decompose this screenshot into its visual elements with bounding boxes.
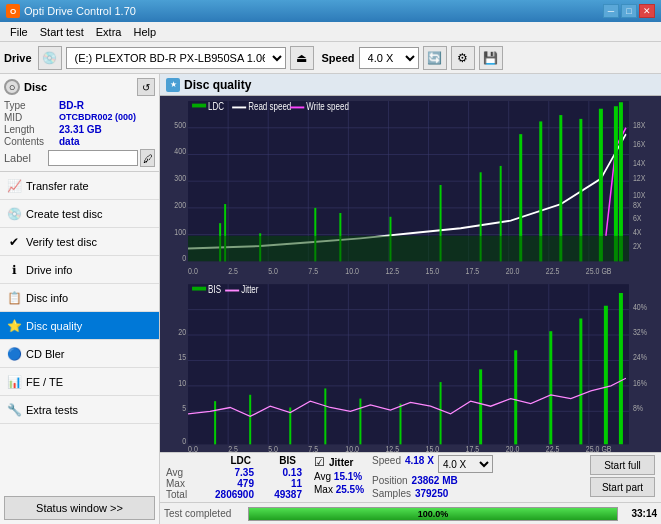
sidebar-item-create-test-disc[interactable]: 💿 Create test disc — [0, 200, 159, 228]
svg-text:2.5: 2.5 — [228, 444, 238, 452]
menu-extra[interactable]: Extra — [90, 25, 128, 39]
refresh-button[interactable]: 🔄 — [423, 46, 447, 70]
create-test-disc-label: Create test disc — [26, 208, 102, 220]
speed-select2[interactable]: 4.0 X — [438, 455, 493, 473]
jitter-col: ☑ Jitter Avg 15.1% Max 25.5% — [314, 455, 364, 495]
transfer-rate-label: Transfer rate — [26, 180, 89, 192]
max-ldc: 479 — [204, 478, 254, 489]
svg-text:0: 0 — [182, 254, 186, 264]
speed-select[interactable]: 4.0 X — [359, 47, 419, 69]
svg-text:2.5: 2.5 — [228, 266, 238, 276]
stats-bar: LDC BIS Avg 7.35 0.13 Max 479 11 Total 2… — [160, 452, 661, 502]
svg-text:22.5: 22.5 — [546, 444, 560, 452]
total-row: Total 2806900 49387 — [166, 489, 302, 500]
svg-text:16X: 16X — [633, 139, 646, 149]
progress-bar-container: Test completed 100.0% 33:14 — [160, 502, 661, 524]
svg-text:5.0: 5.0 — [268, 444, 278, 452]
svg-text:25.0 GB: 25.0 GB — [586, 444, 612, 452]
sidebar-item-fe-te[interactable]: 📊 FE / TE — [0, 368, 159, 396]
ldc-bis-stats: LDC BIS Avg 7.35 0.13 Max 479 11 Total 2… — [166, 455, 302, 500]
avg-bis: 0.13 — [262, 467, 302, 478]
fe-te-icon: 📊 — [6, 374, 22, 390]
charts-svg: 0 100 200 300 400 500 18X 16X 14X 12X 10… — [160, 96, 661, 452]
disc-mid-value: OTCBDR002 (000) — [59, 112, 136, 123]
transfer-rate-icon: 📈 — [6, 178, 22, 194]
panel-header-icon: ★ — [166, 78, 180, 92]
app-icon: O — [6, 4, 20, 18]
time-text: 33:14 — [622, 508, 657, 519]
start-part-btn[interactable]: Start part — [590, 477, 655, 497]
svg-text:18X: 18X — [633, 120, 646, 130]
svg-text:2X: 2X — [633, 241, 642, 251]
sidebar-item-transfer-rate[interactable]: 📈 Transfer rate — [0, 172, 159, 200]
speed-position-col: Speed 4.18 X 4.0 X Position 23862 MB Sam… — [372, 455, 493, 499]
svg-text:20.0: 20.0 — [506, 444, 520, 452]
svg-text:16%: 16% — [633, 378, 647, 388]
panel-title: Disc quality — [184, 78, 251, 92]
disc-contents-value: data — [59, 136, 80, 147]
sidebar-item-drive-info[interactable]: ℹ Drive info — [0, 256, 159, 284]
svg-text:8X: 8X — [633, 200, 642, 210]
charts-container: 0 100 200 300 400 500 18X 16X 14X 12X 10… — [160, 96, 661, 452]
avg-ldc: 7.35 — [204, 467, 254, 478]
svg-rect-33 — [188, 236, 629, 261]
jitter-avg-value: 15.1% — [334, 471, 362, 482]
menu-file[interactable]: File — [4, 25, 34, 39]
svg-text:4X: 4X — [633, 227, 642, 237]
minimize-button[interactable]: ─ — [603, 4, 619, 18]
sidebar-item-disc-quality[interactable]: ⭐ Disc quality — [0, 312, 159, 340]
svg-text:12.5: 12.5 — [385, 266, 399, 276]
svg-text:17.5: 17.5 — [466, 444, 480, 452]
speed-row: Speed 4.18 X 4.0 X — [372, 455, 493, 473]
disc-label-label: Label — [4, 152, 48, 164]
total-bis: 49387 — [262, 489, 302, 500]
status-window-btn[interactable]: Status window >> — [4, 496, 155, 520]
jitter-max-label: Max — [314, 484, 336, 495]
start-full-btn[interactable]: Start full — [590, 455, 655, 475]
disc-mid-label: MID — [4, 112, 59, 123]
main-content: ○ Disc ↺ Type BD-R MID OTCBDR002 (000) L… — [0, 74, 661, 524]
action-buttons: Start full Start part — [590, 455, 655, 497]
sidebar-item-cd-bler[interactable]: 🔵 CD Bler — [0, 340, 159, 368]
jitter-checkbox[interactable]: ☑ — [314, 455, 325, 469]
progress-percent: 100.0% — [418, 509, 449, 519]
svg-text:15.0: 15.0 — [426, 266, 440, 276]
drive-select[interactable]: (E:) PLEXTOR BD-R PX-LB950SA 1.06 — [66, 47, 286, 69]
close-button[interactable]: ✕ — [639, 4, 655, 18]
sidebar-item-disc-info[interactable]: 📋 Disc info — [0, 284, 159, 312]
settings-button[interactable]: ⚙ — [451, 46, 475, 70]
menu-start-test[interactable]: Start test — [34, 25, 90, 39]
bis-header: BIS — [251, 455, 296, 466]
disc-length-row: Length 23.31 GB — [4, 124, 155, 135]
sidebar-item-verify-test-disc[interactable]: ✔ Verify test disc — [0, 228, 159, 256]
svg-rect-60 — [192, 104, 206, 108]
disc-type-label: Type — [4, 100, 59, 111]
max-row: Max 479 11 — [166, 478, 302, 489]
jitter-max-row: Max 25.5% — [314, 484, 364, 495]
svg-text:22.5: 22.5 — [546, 266, 560, 276]
drive-label: Drive — [4, 52, 32, 64]
eject-button[interactable]: ⏏ — [290, 46, 314, 70]
disc-label-btn[interactable]: 🖊 — [140, 149, 155, 167]
drive-icon-btn[interactable]: 💿 — [38, 46, 62, 70]
disc-info-label: Disc info — [26, 292, 68, 304]
svg-text:17.5: 17.5 — [466, 266, 480, 276]
disc-label-input[interactable] — [48, 150, 138, 166]
avg-row: Avg 7.35 0.13 — [166, 467, 302, 478]
svg-text:10.0: 10.0 — [345, 444, 359, 452]
samples-key: Samples — [372, 488, 411, 499]
svg-text:6X: 6X — [633, 213, 642, 223]
max-bis: 11 — [262, 478, 302, 489]
svg-text:0.0: 0.0 — [188, 444, 198, 452]
menu-help[interactable]: Help — [127, 25, 162, 39]
disc-refresh-btn[interactable]: ↺ — [137, 78, 155, 96]
svg-text:500: 500 — [174, 120, 186, 130]
maximize-button[interactable]: □ — [621, 4, 637, 18]
svg-text:300: 300 — [174, 173, 186, 183]
sidebar-item-extra-tests[interactable]: 🔧 Extra tests — [0, 396, 159, 424]
ldc-header: LDC — [196, 455, 251, 466]
save-button[interactable]: 💾 — [479, 46, 503, 70]
disc-quality-icon: ⭐ — [6, 318, 22, 334]
position-key: Position — [372, 475, 408, 486]
disc-mid-row: MID OTCBDR002 (000) — [4, 112, 155, 123]
